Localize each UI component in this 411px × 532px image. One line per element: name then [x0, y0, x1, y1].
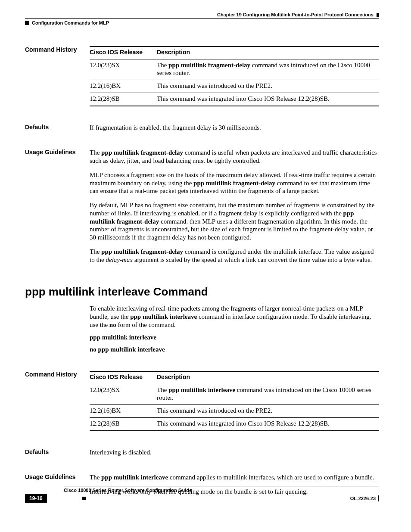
table-header-release: Cisco IOS Release	[90, 371, 157, 384]
command-history-table-2: Cisco IOS Release Description 12.0(23)SX…	[90, 371, 379, 431]
chapter-title: Chapter 19 Configuring Multilink Point-t…	[217, 12, 374, 17]
defaults-text: If fragmentation is enabled, the fragmen…	[90, 124, 379, 132]
page-footer: Cisco 10000 Series Router Software Confi…	[0, 486, 411, 503]
defaults-section-2: Defaults Interleaving is disabled.	[25, 448, 379, 457]
book-title: Cisco 10000 Series Router Software Confi…	[64, 488, 379, 493]
defaults-label: Defaults	[25, 448, 81, 457]
usage-paragraph: The ppp multilink interleave command app…	[90, 473, 379, 482]
command-history-label: Command History	[25, 371, 81, 431]
syntax-line: ppp multilink interleave	[90, 333, 379, 342]
footer-marker-icon	[82, 497, 86, 500]
table-header-release: Cisco IOS Release	[90, 47, 157, 59]
usage-paragraph: By default, MLP has no fragment size con…	[90, 201, 379, 242]
table-row: 12.2(16)BX This command was introduced o…	[90, 405, 379, 418]
defaults-section-1: Defaults If fragmentation is enabled, th…	[25, 124, 379, 132]
command-history-table-1: Cisco IOS Release Description 12.0(23)SX…	[90, 46, 379, 106]
defaults-text: Interleaving is disabled.	[90, 448, 379, 457]
footer-edge-icon	[378, 495, 379, 501]
header-corner-icon	[377, 13, 379, 17]
table-row: 12.2(28)SB This command was integrated i…	[90, 93, 379, 106]
running-header: Chapter 19 Configuring Multilink Point-t…	[25, 12, 379, 25]
usage-paragraph: MLP chooses a fragment size on the basis…	[90, 171, 379, 195]
command-history-label: Command History	[25, 46, 81, 106]
table-row: 12.0(23)SX The ppp multilink interleave …	[90, 384, 379, 405]
document-id: OL-2226-23	[350, 496, 376, 501]
table-row: 12.2(16)BX This command was introduced o…	[90, 80, 379, 93]
table-header-description: Description	[157, 371, 379, 384]
syntax-line: no ppp multilink interleave	[90, 345, 379, 354]
page-number: 19-10	[25, 494, 47, 503]
table-row: 12.2(28)SB This command was integrated i…	[90, 417, 379, 430]
command-title: ppp multilink interleave Command	[25, 285, 379, 299]
table-row: 12.0(23)SX The ppp multilink fragment-de…	[90, 59, 379, 80]
command-history-section-1: Command History Cisco IOS Release Descri…	[25, 46, 379, 106]
command-intro: To enable interleaving of real-time pack…	[90, 305, 379, 354]
svg-rect-0	[377, 13, 379, 17]
usage-guidelines-section-1: Usage Guidelines The ppp multilink fragm…	[25, 149, 379, 264]
table-header-description: Description	[157, 47, 379, 59]
section-marker-icon	[25, 21, 29, 25]
command-history-section-2: Command History Cisco IOS Release Descri…	[25, 371, 379, 431]
section-title: Configuration Commands for MLP	[32, 20, 109, 25]
defaults-label: Defaults	[25, 124, 81, 132]
usage-label: Usage Guidelines	[25, 149, 81, 264]
usage-paragraph: The ppp multilink fragment-delay command…	[90, 149, 379, 165]
usage-paragraph: The ppp multilink fragment-delay command…	[90, 248, 379, 264]
intro-paragraph: To enable interleaving of real-time pack…	[90, 305, 379, 329]
